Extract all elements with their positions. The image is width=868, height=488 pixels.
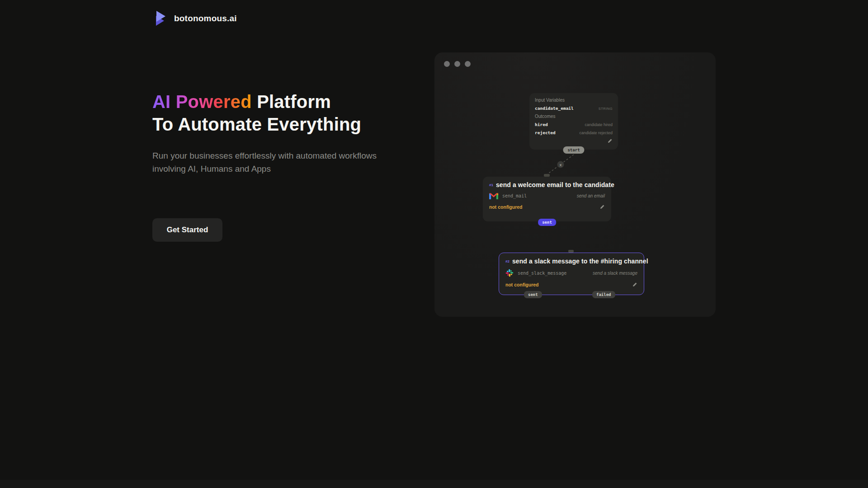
- brand-logo-icon[interactable]: [154, 10, 168, 27]
- brand-name[interactable]: botonomous.ai: [174, 14, 237, 23]
- gmail-icon: [489, 192, 498, 199]
- connection-handle[interactable]: [568, 250, 574, 253]
- email-step-node[interactable]: #1 send a welcome email to the candidate…: [483, 177, 611, 221]
- step-index: #1: [489, 183, 493, 187]
- input-variables-node[interactable]: Input Variables candidate_email STRING O…: [529, 93, 618, 150]
- variable-name: candidate_email: [535, 106, 574, 111]
- edit-icon[interactable]: [599, 204, 605, 210]
- status-badge: not configured: [489, 204, 523, 210]
- edit-icon[interactable]: [607, 138, 613, 144]
- slack-icon: [505, 269, 514, 277]
- edge-label: x: [559, 163, 562, 167]
- outcomes-header: Outcomes: [535, 114, 613, 119]
- window-dot-icon: [454, 61, 460, 67]
- function-name: send_slack_message: [518, 271, 566, 276]
- next-section-edge: [0, 480, 868, 488]
- outcome-row: rejected candidate rejected: [535, 130, 613, 135]
- hero-section: AI Powered Platform To Automate Everythi…: [152, 90, 424, 175]
- outcome-description: candidate hired: [585, 122, 613, 127]
- start-handle[interactable]: start: [563, 146, 584, 154]
- inputs-header: Input Variables: [535, 98, 613, 103]
- edit-icon[interactable]: [632, 282, 637, 287]
- status-badge: not configured: [505, 282, 539, 287]
- outcome-name: hired: [535, 122, 548, 127]
- window-dot-icon: [465, 61, 471, 67]
- hero-title-gradient: AI Powered: [152, 92, 252, 112]
- hero-title-rest: Platform: [257, 92, 331, 112]
- workflow-preview-panel: x Input Variables candidate_email STRING…: [434, 52, 716, 317]
- step-title: send a slack message to the #hiring chan…: [512, 258, 648, 265]
- outcome-row: hired candidate hired: [535, 122, 613, 127]
- hero-title-line2: To Automate Everything: [152, 114, 361, 134]
- outcome-name: rejected: [535, 130, 556, 135]
- function-description: send an email: [577, 193, 605, 198]
- step-index: #2: [505, 259, 509, 263]
- window-control-dots: [444, 61, 471, 67]
- window-dot-icon: [444, 61, 450, 67]
- edge-label-circle: [557, 161, 564, 168]
- header: botonomous.ai: [154, 10, 237, 27]
- outcome-description: candidate rejected: [579, 131, 613, 135]
- variable-row: candidate_email STRING: [535, 106, 613, 111]
- slack-step-node[interactable]: #2 send a slack message to the #hiring c…: [499, 253, 644, 295]
- get-started-button[interactable]: Get Started: [152, 218, 222, 242]
- hero-subtitle-line2: involving AI, Humans and Apps: [152, 164, 271, 174]
- variable-type: STRING: [599, 107, 613, 111]
- hero-subtitle: Run your businesses effortlessly with au…: [152, 149, 424, 175]
- hero-subtitle-line1: Run your businesses effortlessly with au…: [152, 151, 377, 160]
- hero-title: AI Powered Platform To Automate Everythi…: [152, 90, 424, 136]
- sent-badge: sent: [538, 219, 556, 226]
- function-description: send a slack message: [593, 271, 637, 276]
- function-name: send_mail: [502, 193, 527, 198]
- failed-badge: failed: [592, 291, 615, 298]
- step-title: send a welcome email to the candidate: [496, 181, 614, 188]
- sent-badge: sent: [524, 291, 542, 298]
